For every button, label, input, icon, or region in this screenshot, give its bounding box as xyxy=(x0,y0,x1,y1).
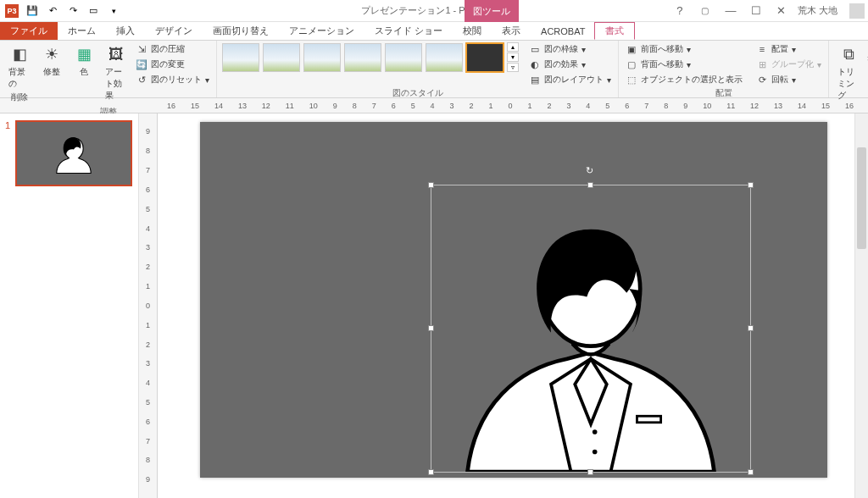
svg-point-2 xyxy=(593,429,598,434)
slide-number: 1 xyxy=(5,120,10,130)
group-button[interactable]: ⊞グループ化 ▾ xyxy=(754,58,823,71)
style-preset-3[interactable] xyxy=(303,43,341,72)
group-size: ⧉トリミング ↕ 高さ: 13.23 cm ▴▾ ↔ 幅: 13.23 cm ▴… xyxy=(829,41,868,97)
reset-icon: ↺ xyxy=(136,74,147,86)
maximize-icon[interactable]: ☐ xyxy=(747,2,765,20)
change-label: 図の変更 xyxy=(151,58,185,70)
picture-effects-button[interactable]: ◐図の効果 ▾ xyxy=(527,58,613,71)
tab-file[interactable]: ファイル xyxy=(0,22,58,40)
rotate-label: 回転 xyxy=(771,74,788,86)
rotation-handle[interactable]: ↻ xyxy=(586,165,596,175)
gallery-down-icon[interactable]: ▾ xyxy=(507,53,519,62)
artistic-effects-button[interactable]: 🖼アート効果 xyxy=(102,42,131,103)
corrections-button[interactable]: ☀修整 xyxy=(37,42,66,80)
undo-icon[interactable]: ↶ xyxy=(44,3,61,19)
rotate-button[interactable]: ⟳回転 ▾ xyxy=(754,73,823,86)
quick-access-toolbar: P3 💾 ↶ ↷ ▭ ▾ xyxy=(0,3,122,19)
slide[interactable]: ↻ xyxy=(200,122,827,478)
reset-picture-button[interactable]: ↺図のリセット ▾ xyxy=(134,73,211,86)
ruler-h-ticks: 1615141312111098765432101234567891011121… xyxy=(153,98,868,113)
style-preset-2[interactable] xyxy=(263,43,300,72)
inserted-picture[interactable] xyxy=(431,185,750,472)
start-slideshow-icon[interactable]: ▭ xyxy=(85,3,102,19)
style-preset-5[interactable] xyxy=(385,43,422,72)
resize-handle-br[interactable] xyxy=(748,469,754,475)
save-icon[interactable]: 💾 xyxy=(24,3,41,19)
slide-thumbnail-pane[interactable]: 1 xyxy=(0,113,139,498)
remove-bg-icon: ◧ xyxy=(9,44,30,64)
send-backward-icon: ▢ xyxy=(626,58,637,70)
tab-review[interactable]: 校閲 xyxy=(453,22,492,40)
ribbon: ◧ 背景の 削除 ☀修整 ▦色 🖼アート効果 ⇲図の圧縮 🔄図の変更 ↺図のリセ… xyxy=(0,41,868,98)
selection-pane-label: オブジェクトの選択と表示 xyxy=(641,74,743,86)
thumbnail-illustration xyxy=(50,130,97,177)
slide-canvas[interactable]: ↻ xyxy=(158,113,854,498)
style-preset-1[interactable] xyxy=(222,43,259,72)
tab-insert[interactable]: 挿入 xyxy=(106,22,145,40)
resize-handle-tl[interactable] xyxy=(428,182,434,188)
redo-icon[interactable]: ↷ xyxy=(64,3,81,19)
bring-forward-label: 前面へ移動 xyxy=(641,43,683,55)
compress-icon: ⇲ xyxy=(136,43,147,55)
remove-background-button[interactable]: ◧ 背景の 削除 xyxy=(5,42,34,105)
tab-animations[interactable]: アニメーション xyxy=(279,22,364,40)
close-icon[interactable]: ✕ xyxy=(772,2,791,20)
svg-point-3 xyxy=(593,450,598,455)
help-icon[interactable]: ? xyxy=(670,2,689,20)
styles-gallery: ▴ ▾ ▿ xyxy=(222,42,519,72)
app-icon[interactable]: P3 xyxy=(3,3,20,19)
picture-border-button[interactable]: ▭図の枠線 ▾ xyxy=(527,42,613,56)
resize-handle-t[interactable] xyxy=(587,182,593,188)
effects-icon: ◐ xyxy=(529,58,541,70)
user-name: 荒木 大地 xyxy=(798,4,837,17)
group-arrange: ▣前面へ移動 ▾ ▢背面へ移動 ▾ ⬚オブジェクトの選択と表示 ≡配置 ▾ ⊞グ… xyxy=(619,41,829,97)
style-preset-6[interactable] xyxy=(426,43,463,72)
compress-label: 図の圧縮 xyxy=(151,43,185,55)
contextual-tab-header: 図ツール xyxy=(465,0,519,22)
minimize-icon[interactable]: — xyxy=(721,2,740,20)
bring-forward-button[interactable]: ▣前面へ移動 ▾ xyxy=(624,42,744,56)
tab-home[interactable]: ホーム xyxy=(58,22,106,40)
picture-layout-button[interactable]: ▤図のレイアウト ▾ xyxy=(527,73,613,86)
style-preset-7[interactable] xyxy=(466,43,504,72)
gallery-up-icon[interactable]: ▴ xyxy=(507,42,519,52)
tab-view[interactable]: 表示 xyxy=(492,22,531,40)
tab-design[interactable]: デザイン xyxy=(145,22,203,40)
title-bar: P3 💾 ↶ ↷ ▭ ▾ プレゼンテーション1 - PowerPoint 図ツー… xyxy=(0,0,868,22)
tab-slideshow[interactable]: スライド ショー xyxy=(364,22,453,40)
vertical-scrollbar[interactable] xyxy=(854,113,868,498)
selection-pane-button[interactable]: ⬚オブジェクトの選択と表示 xyxy=(624,73,744,86)
selection-pane-icon: ⬚ xyxy=(626,74,637,86)
rotate-icon: ⟳ xyxy=(756,74,768,86)
crop-label: トリミング xyxy=(837,66,860,102)
tab-acrobat[interactable]: ACROBAT xyxy=(531,22,595,40)
style-preset-4[interactable] xyxy=(344,43,381,72)
artistic-icon: 🖼 xyxy=(106,44,126,64)
resize-handle-l[interactable] xyxy=(428,325,434,331)
align-button[interactable]: ≡配置 ▾ xyxy=(754,42,823,56)
workspace: 1 9876543210123456789 ↻ xyxy=(0,113,868,498)
picture-selection[interactable]: ↻ xyxy=(431,185,751,473)
ribbon-display-icon[interactable]: ▢ xyxy=(696,2,715,20)
effects-label: 図の効果 xyxy=(544,58,578,70)
corrections-icon: ☀ xyxy=(42,44,62,64)
slide-thumbnail[interactable]: 1 xyxy=(8,120,130,186)
ruler-v-ticks: 9876543210123456789 xyxy=(139,122,157,490)
qat-dropdown-icon[interactable]: ▾ xyxy=(105,3,122,19)
resize-handle-r[interactable] xyxy=(748,325,754,331)
user-avatar[interactable] xyxy=(849,3,865,19)
color-button[interactable]: ▦色 xyxy=(70,42,98,80)
tab-format[interactable]: 書式 xyxy=(594,22,635,40)
group-icon: ⊞ xyxy=(756,58,768,70)
resize-handle-b[interactable] xyxy=(587,469,593,475)
change-picture-button[interactable]: 🔄図の変更 xyxy=(134,58,211,71)
compress-pictures-button[interactable]: ⇲図の圧縮 xyxy=(134,42,211,56)
resize-handle-tr[interactable] xyxy=(748,182,754,188)
ruler-horizontal: 1615141312111098765432101234567891011121… xyxy=(0,98,868,113)
gallery-more-icon[interactable]: ▿ xyxy=(507,63,519,72)
scrollbar-thumb[interactable] xyxy=(857,147,866,249)
resize-handle-bl[interactable] xyxy=(428,469,434,475)
tab-transitions[interactable]: 画面切り替え xyxy=(203,22,279,40)
send-backward-button[interactable]: ▢背面へ移動 ▾ xyxy=(624,58,744,71)
crop-button[interactable]: ⧉トリミング xyxy=(834,42,863,103)
